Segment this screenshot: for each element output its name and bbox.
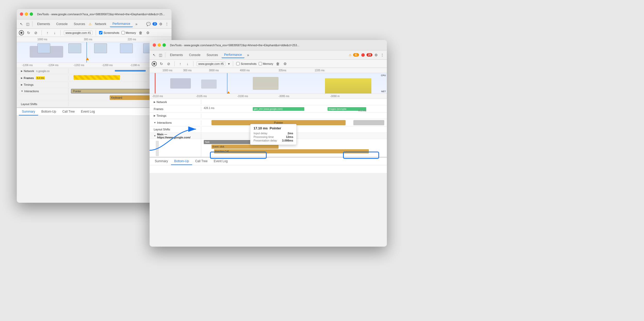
download-icon-2[interactable]: ↓ xyxy=(185,61,190,66)
ruler-detail-4: -1200 ms xyxy=(102,64,113,67)
tab-sources-2[interactable]: Sources xyxy=(204,52,221,58)
settings-icon-1[interactable]: ⚙ xyxy=(158,21,163,27)
titlebar-2: DevTools - www.google.com/search?sca_esv… xyxy=(150,40,387,50)
tab-network-1[interactable]: Network xyxy=(92,21,109,27)
devtools-window-2[interactable]: DevTools - www.google.com/search?sca_esv… xyxy=(150,40,387,247)
screenshots-checkbox-1[interactable]: Screenshots xyxy=(99,31,119,34)
tab-summary-1[interactable]: Summary xyxy=(19,108,38,115)
expand-timings-1[interactable]: ▶ xyxy=(21,83,23,86)
maximize-button-1[interactable] xyxy=(30,12,33,16)
tab-calltree-2[interactable]: Call Tree xyxy=(192,158,211,165)
close-button-2[interactable] xyxy=(153,43,156,47)
reload-icon-2[interactable]: ↻ xyxy=(159,61,164,66)
expand-network-2[interactable]: ▶ xyxy=(154,101,156,103)
tab-console-1[interactable]: Console xyxy=(54,21,70,27)
tab-sources-1[interactable]: Sources xyxy=(71,21,88,27)
function-call-bar-2: Function Call xyxy=(214,149,369,153)
expand-interactions-2[interactable]: ▼ xyxy=(154,121,156,124)
minimize-button-2[interactable] xyxy=(158,43,161,47)
tab-performance-2[interactable]: Performance xyxy=(222,52,244,58)
close-button-1[interactable] xyxy=(20,12,23,16)
device-icon[interactable]: ◫ xyxy=(25,21,30,27)
tab-eventlog-1[interactable]: Event Log xyxy=(78,108,98,115)
tab-summary-2[interactable]: Summary xyxy=(152,158,171,165)
dr-mark-5: -3090 m xyxy=(330,95,340,98)
clear-icon-2[interactable]: ⊘ xyxy=(166,61,171,66)
track-row-interactions-1: ▼ Interactions Pointer Keyboard xyxy=(17,88,172,101)
url-dropdown-2[interactable]: ▾ xyxy=(228,62,230,66)
error-badge-2: 29 xyxy=(366,53,372,57)
separator-1 xyxy=(32,21,32,27)
record-button-2[interactable] xyxy=(152,61,157,66)
track-label-keyboard-1 xyxy=(17,95,68,101)
more-tabs-icon-2[interactable]: » xyxy=(246,52,251,58)
more-tabs-icon-1[interactable]: » xyxy=(134,21,139,27)
trash-icon-2[interactable]: 🗑 xyxy=(275,61,280,66)
screenshot-thumb-1 xyxy=(37,43,50,53)
frames-ms-2: 428.1 ms xyxy=(204,107,214,109)
separator-4 xyxy=(96,30,96,35)
bottom-panel-1: Summary Bottom-Up Call Tree Event Log xyxy=(17,107,172,116)
clear-icon-1[interactable]: ⊘ xyxy=(33,30,38,35)
memory-checkbox-2[interactable]: Memory xyxy=(259,62,273,65)
traffic-lights-1 xyxy=(20,12,33,16)
tab-elements-2[interactable]: Elements xyxy=(167,52,185,58)
tab-bottomup-1[interactable]: Bottom-Up xyxy=(38,108,59,115)
settings-icon-2[interactable]: ⚙ xyxy=(373,52,379,58)
track-label-network-2: ▶ Network xyxy=(150,100,201,104)
interactions-header-1: ▼ Interactions Pointer xyxy=(17,88,172,95)
cpu-label-2: CPU xyxy=(381,74,386,77)
download-icon-1[interactable]: ↓ xyxy=(52,30,57,35)
track-label-frames-1: ▶ Frames 8.3 ms xyxy=(17,76,68,80)
url-selector-1[interactable]: www.google.com #1 xyxy=(64,30,93,35)
upload-icon-1[interactable]: ↑ xyxy=(45,30,50,35)
dr-mark-2: -3105 ms xyxy=(196,95,207,98)
tab-bottomup-2[interactable]: Bottom-Up xyxy=(171,158,192,165)
ov-mark-1: 1000 ms xyxy=(162,69,172,72)
upload-icon-2[interactable]: ↑ xyxy=(178,61,183,66)
ruler-mark-2: 300 ms xyxy=(84,38,92,41)
cursor-icon-2[interactable]: ↖ xyxy=(152,52,157,58)
perf-overview-2: 1000 ms 300 ms 3000 ms 4000 ms 335ms 133… xyxy=(150,68,387,94)
memory-checkbox-1[interactable]: Memory xyxy=(121,31,136,34)
expand-timings-2[interactable]: ▶ xyxy=(154,114,156,117)
track-row-timings-1: ▶ Timings xyxy=(17,82,172,88)
chat-icon-1[interactable]: 💬 xyxy=(146,21,151,27)
track-label-layout-2: Layout Shifts xyxy=(150,127,201,132)
tab-console-2[interactable]: Console xyxy=(186,52,203,58)
network-bar-1 xyxy=(115,70,146,72)
error-icon-2: 🔴 xyxy=(361,53,365,57)
device-icon-2[interactable]: ◫ xyxy=(158,52,163,58)
devtools-window-1[interactable]: DevTools - www.google.com/search?sca_esv… xyxy=(17,9,172,203)
more-options-icon-2[interactable]: ⋮ xyxy=(380,52,385,58)
minimize-button-1[interactable] xyxy=(25,12,28,16)
expand-main-2[interactable]: ▼ xyxy=(154,135,156,137)
track-content-network-2 xyxy=(201,99,387,105)
record-button-1[interactable] xyxy=(19,30,24,35)
expand-interactions-1[interactable]: ▼ xyxy=(21,90,23,92)
cursor-icon[interactable]: ↖ xyxy=(19,21,24,27)
expand-network-1[interactable]: ▶ xyxy=(21,70,23,72)
screenshots-checkbox-2[interactable]: Screenshots xyxy=(236,62,256,65)
separator-7 xyxy=(193,61,193,66)
trash-icon-1[interactable]: 🗑 xyxy=(138,30,143,35)
settings3-icon-2[interactable]: ⚙ xyxy=(282,61,288,66)
net-label-2: NET xyxy=(381,90,386,93)
expand-frames-1[interactable]: ▶ xyxy=(21,77,23,79)
url-selector-2[interactable]: www.google.com #5 xyxy=(197,61,225,66)
maximize-button-2[interactable] xyxy=(162,43,166,47)
tooltip-title-2: 17.10 ms Pointer xyxy=(254,126,293,130)
settings2-icon-1[interactable]: ⚙ xyxy=(145,30,150,35)
bottom-panel-2: Summary Bottom-Up Call Tree Event Log xyxy=(150,157,387,173)
separator-3 xyxy=(60,30,61,35)
tab-elements-1[interactable]: Elements xyxy=(35,21,53,27)
traffic-lights-2 xyxy=(153,43,166,47)
reload-icon-1[interactable]: ↻ xyxy=(26,30,31,35)
tab-performance-1[interactable]: Performance xyxy=(110,21,133,27)
tab-calltree-1[interactable]: Call Tree xyxy=(59,108,78,115)
tab-eventlog-2[interactable]: Event Log xyxy=(211,158,231,165)
timeline-ruler-detail-1: -1206 ms -1204 ms -1202 ms -1200 ms -119… xyxy=(17,63,172,68)
more-options-icon-1[interactable]: ⋮ xyxy=(164,21,169,27)
separator-5 xyxy=(165,52,165,58)
track-row-layout-1: Layout Shifts xyxy=(17,101,172,107)
